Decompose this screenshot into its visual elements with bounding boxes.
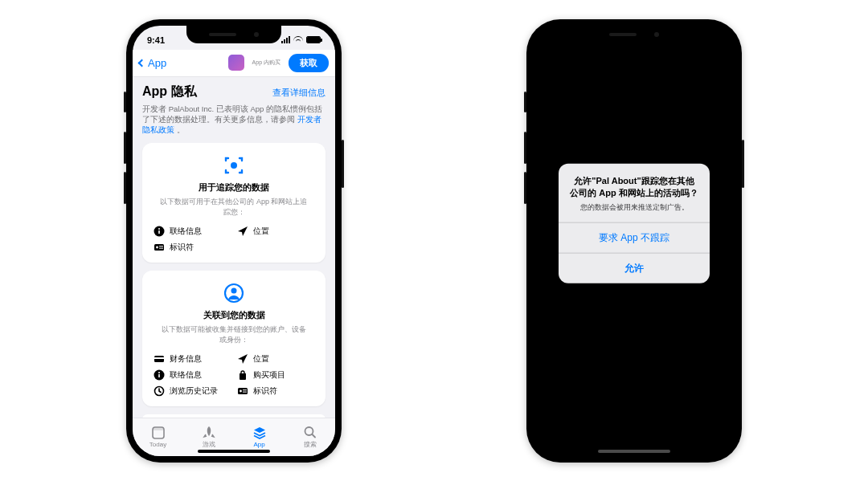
svg-line-23 — [312, 434, 315, 438]
tab-search[interactable]: 搜索 — [285, 418, 335, 456]
chevron-left-icon — [138, 59, 146, 67]
svg-rect-16 — [238, 388, 248, 394]
linked-subtitle: 以下数据可能被收集并链接到您的账户、设备或身份： — [154, 324, 314, 345]
alert-title: 允许"Pal About"跟踪您在其他公司的 App 和网站上的活动吗？ — [559, 164, 710, 202]
allow-tracking-button[interactable]: 允许 — [559, 252, 710, 283]
tracking-icon — [223, 154, 245, 177]
today-icon — [150, 426, 166, 440]
svg-rect-21 — [153, 427, 164, 430]
privacy-description: 开发者 PalAbout Inc. 已表明该 App 的隐私惯例包括了下述的数据… — [142, 104, 326, 136]
battery-icon — [306, 36, 321, 43]
app-icon[interactable] — [228, 55, 244, 71]
privacy-section: App 隐私 查看详细信息 开发者 PalAbout Inc. 已表明该 App… — [133, 77, 335, 418]
rocket-icon — [201, 425, 217, 439]
location-icon — [237, 353, 248, 365]
screen: 9:41 App App 内购买 获取 App 隐私 查看详细信息 开 — [133, 26, 335, 456]
back-button[interactable]: App — [139, 57, 166, 69]
list-item: 位置 — [237, 353, 314, 365]
id-icon — [237, 385, 248, 397]
screen-dark: 允许"Pal About"跟踪您在其他公司的 App 和网站上的活动吗？ 您的数… — [533, 26, 735, 456]
card-icon — [154, 353, 165, 365]
svg-point-3 — [158, 228, 160, 230]
svg-point-14 — [158, 372, 160, 373]
history-icon — [154, 385, 165, 397]
svg-rect-2 — [158, 230, 160, 234]
list-item: 浏览历史记录 — [154, 385, 231, 397]
linked-data-card[interactable]: 关联到您的数据 以下数据可能被收集并链接到您的账户、设备或身份： 财务信息 位置… — [142, 271, 326, 406]
list-item: 联络信息 — [154, 226, 231, 237]
tab-today[interactable]: Today — [133, 418, 183, 456]
layers-icon — [252, 426, 268, 440]
home-indicator[interactable] — [598, 450, 670, 453]
iphone-right: 允许"Pal About"跟踪您在其他公司的 App 和网站上的活动吗？ 您的数… — [526, 19, 742, 463]
svg-rect-18 — [243, 390, 247, 391]
svg-rect-19 — [243, 392, 247, 393]
iap-note: App 内购买 — [252, 59, 280, 67]
cellular-icon — [281, 36, 290, 43]
tracking-subtitle: 以下数据可用于在其他公司的 App 和网站上追踪您： — [154, 197, 314, 218]
linked-title: 关联到您的数据 — [154, 309, 314, 321]
svg-point-5 — [156, 247, 158, 249]
list-item: 联络信息 — [154, 369, 231, 381]
list-item: 位置 — [237, 226, 314, 237]
home-indicator[interactable] — [198, 450, 270, 453]
svg-point-0 — [231, 162, 237, 169]
alert-message: 您的数据会被用来推送定制广告。 — [559, 202, 710, 222]
svg-rect-4 — [154, 244, 164, 251]
list-item: 购买项目 — [237, 369, 314, 381]
list-item: 财务信息 — [154, 353, 231, 365]
bag-icon — [237, 369, 248, 381]
svg-rect-6 — [159, 247, 163, 247]
tracking-title: 用于追踪您的数据 — [154, 181, 314, 194]
svg-rect-7 — [159, 248, 163, 249]
iphone-left: 9:41 App App 内购买 获取 App 隐私 查看详细信息 开 — [126, 19, 342, 463]
svg-point-17 — [240, 390, 242, 393]
info-icon — [154, 369, 165, 381]
search-icon — [302, 425, 318, 439]
clock: 9:41 — [147, 35, 165, 45]
back-label: App — [148, 57, 166, 69]
tracking-card[interactable]: 用于追踪您的数据 以下数据可用于在其他公司的 App 和网站上追踪您： 联络信息… — [142, 143, 326, 263]
deny-tracking-button[interactable]: 要求 App 不跟踪 — [559, 222, 710, 252]
svg-rect-11 — [154, 357, 164, 359]
linked-icon — [223, 282, 245, 304]
list-item: 标识符 — [154, 242, 231, 253]
location-icon — [237, 226, 248, 237]
nav-bar: App App 内购买 获取 — [133, 50, 335, 77]
id-icon — [154, 242, 165, 253]
get-button[interactable]: 获取 — [289, 54, 329, 72]
see-details-link[interactable]: 查看详细信息 — [272, 87, 326, 99]
page-title: App 隐私 — [142, 84, 197, 100]
svg-rect-13 — [158, 374, 160, 377]
wifi-icon — [293, 36, 303, 43]
info-icon — [154, 226, 165, 237]
list-item: 标识符 — [237, 385, 314, 397]
svg-point-9 — [231, 288, 237, 294]
tracking-alert: 允许"Pal About"跟踪您在其他公司的 App 和网站上的活动吗？ 您的数… — [559, 164, 710, 283]
